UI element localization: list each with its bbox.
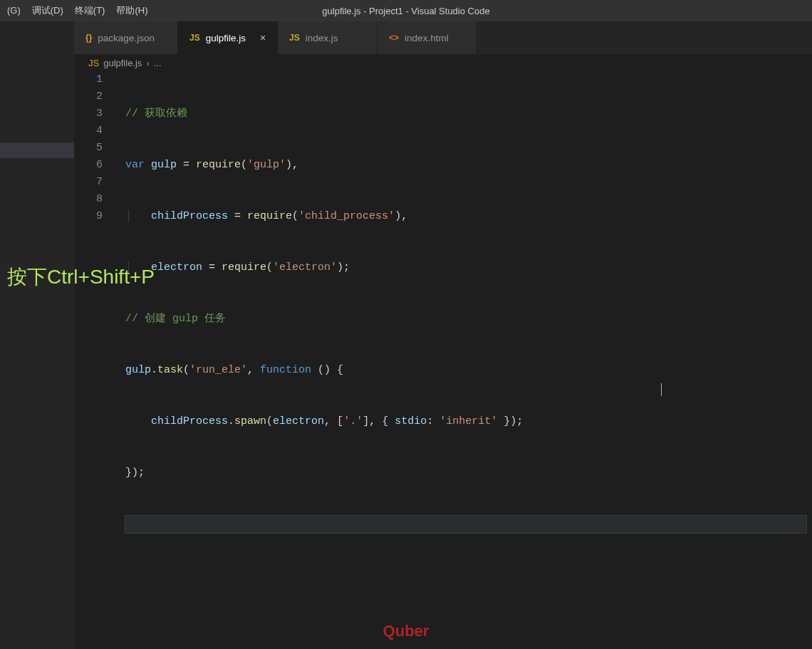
sidebar-item-selected[interactable] xyxy=(0,142,74,158)
tab-index-js[interactable]: JS index.js × xyxy=(278,21,378,54)
breadcrumb-file: gulpfile.js xyxy=(103,58,142,68)
title-bar: (G) 调试(D) 终端(T) 帮助(H) gulpfile.js - Proj… xyxy=(0,0,812,21)
tabs-bar: {} package.json × JS gulpfile.js × JS in… xyxy=(74,21,812,54)
menu-terminal[interactable]: 终端(T) xyxy=(69,0,111,21)
html-icon: <> xyxy=(389,33,399,43)
menu-debug[interactable]: 调试(D) xyxy=(26,0,69,21)
tab-label: gulpfile.js xyxy=(206,33,246,43)
side-bar xyxy=(0,21,74,649)
breadcrumb-more: ... xyxy=(154,58,162,68)
line-numbers: 1 2 3 4 5 6 7 8 9 xyxy=(74,71,118,225)
tab-label: index.html xyxy=(405,33,449,43)
annotation-overlay: 按下Ctrl+Shift+P xyxy=(7,264,155,291)
js-icon: JS xyxy=(289,33,300,43)
watermark: Quber xyxy=(383,622,430,640)
tab-gulpfile-js[interactable]: JS gulpfile.js × xyxy=(178,21,278,54)
menu-go[interactable]: (G) xyxy=(1,0,26,21)
breadcrumb[interactable]: JS gulpfile.js › ... xyxy=(74,54,812,71)
js-icon: JS xyxy=(189,33,200,43)
window-title: gulpfile.js - Project1 - Visual Studio C… xyxy=(322,6,489,16)
code-content[interactable]: // 获取依赖 var gulp = require('gulp'), │ ch… xyxy=(125,71,812,567)
sidebar-item[interactable] xyxy=(0,21,74,37)
text-cursor-icon xyxy=(661,383,662,396)
menu-bar: (G) 调试(D) 终端(T) 帮助(H) xyxy=(0,0,153,21)
json-icon: {} xyxy=(85,33,92,43)
editor-group: {} package.json × JS gulpfile.js × JS in… xyxy=(74,21,812,649)
workspace: {} package.json × JS gulpfile.js × JS in… xyxy=(0,21,812,649)
close-icon[interactable]: × xyxy=(260,32,266,43)
chevron-right-icon: › xyxy=(146,58,149,68)
tab-label: index.js xyxy=(306,33,338,43)
tab-package-json[interactable]: {} package.json × xyxy=(74,21,178,54)
code-editor[interactable]: 1 2 3 4 5 6 7 8 9 // 获取依赖 var gulp = req… xyxy=(74,71,812,649)
tab-label: package.json xyxy=(98,33,155,43)
menu-help[interactable]: 帮助(H) xyxy=(110,0,153,21)
js-icon: JS xyxy=(88,58,99,68)
tab-index-html[interactable]: <> index.html × xyxy=(378,21,477,54)
